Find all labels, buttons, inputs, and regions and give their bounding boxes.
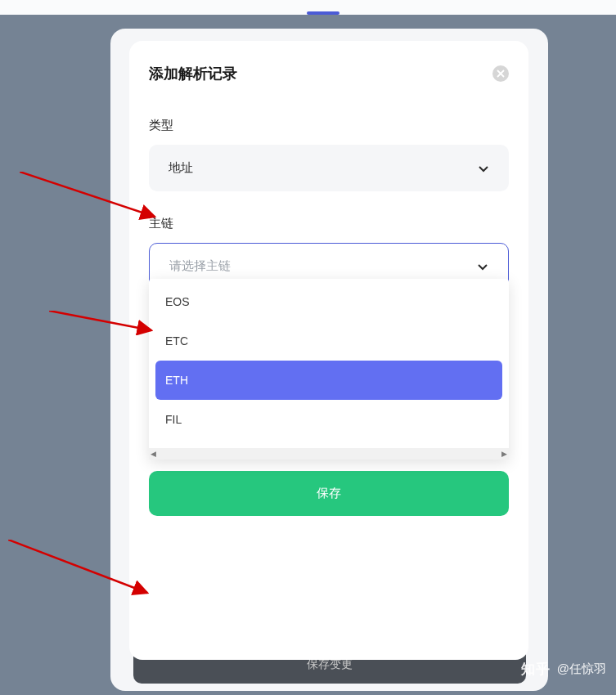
modal-title: 添加解析记录 — [149, 64, 237, 83]
horizontal-scrollbar[interactable]: ◀ ▶ — [149, 448, 509, 460]
chain-option-eth[interactable]: ETH — [155, 361, 502, 400]
type-select[interactable]: 地址 — [149, 145, 509, 191]
modal-header: 添加解析记录 — [149, 64, 509, 83]
chain-option-etc[interactable]: ETC — [155, 321, 502, 361]
top-bar — [0, 0, 616, 15]
watermark-logo: 知乎 — [521, 660, 551, 679]
watermark: 知乎 @任惊羽 — [521, 660, 606, 679]
close-button[interactable] — [492, 65, 509, 82]
chain-label: 主链 — [149, 216, 509, 231]
chain-option-eos[interactable]: EOS — [155, 282, 502, 321]
chain-option-label: ETH — [165, 374, 188, 387]
type-value: 地址 — [169, 160, 193, 176]
chevron-down-icon — [478, 163, 489, 174]
save-button[interactable]: 保存 — [149, 471, 509, 516]
chain-option-fil[interactable]: FIL — [155, 400, 502, 439]
chain-placeholder: 请选择主链 — [169, 258, 231, 274]
type-label: 类型 — [149, 118, 509, 133]
chain-option-label: ETC — [165, 334, 188, 348]
chain-dropdown: EOS ETC ETH FIL FLOW ◀ ▶ — [149, 279, 509, 460]
scroll-right-icon: ▶ — [501, 450, 507, 458]
chain-option-label: FIL — [165, 413, 182, 426]
watermark-author: @任惊羽 — [557, 661, 606, 677]
scroll-left-icon: ◀ — [151, 450, 156, 458]
chevron-down-icon — [477, 261, 488, 272]
chain-option-label: EOS — [165, 295, 190, 308]
chain-dropdown-list[interactable]: EOS ETC ETH FIL FLOW — [149, 279, 509, 448]
add-record-modal: 添加解析记录 类型 地址 主链 请选择主链 EOS — [129, 41, 528, 660]
chain-option-flow[interactable]: FLOW — [155, 439, 502, 448]
type-group: 类型 地址 — [149, 118, 509, 191]
close-icon — [497, 70, 505, 78]
save-label: 保存 — [317, 486, 341, 500]
